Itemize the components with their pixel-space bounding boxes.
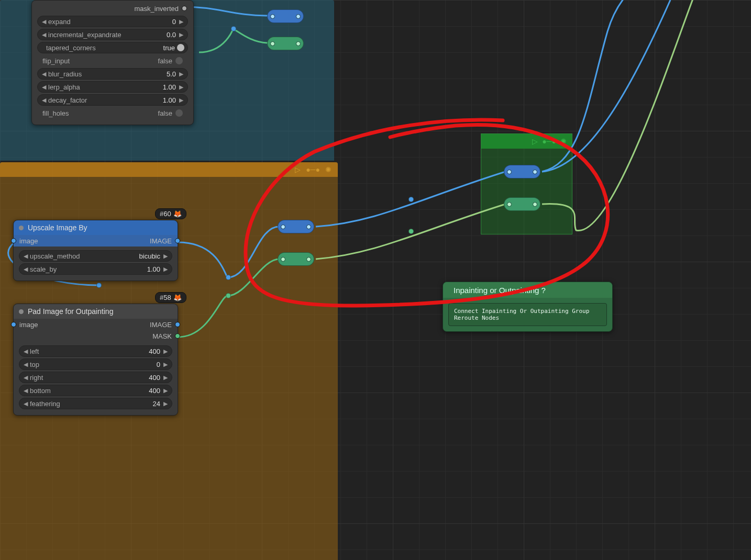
queue-tag: #58🦊 xyxy=(155,292,186,303)
arrow-left-icon[interactable]: ◀ xyxy=(41,71,47,77)
collapse-icon[interactable] xyxy=(19,309,24,314)
wire-dot xyxy=(226,275,231,280)
output-port[interactable] xyxy=(306,257,311,262)
group-orange-header[interactable]: ▷ ●─● ✺ xyxy=(0,162,338,177)
toggle-icon[interactable] xyxy=(177,44,184,51)
widget-feathering[interactable]: ◀ feathering 24 ▶ xyxy=(19,398,172,409)
output-label: IMAGE xyxy=(150,237,172,245)
input-port-image[interactable] xyxy=(11,238,16,243)
play-icon[interactable]: ▷ xyxy=(295,165,301,174)
wire-dot xyxy=(231,26,236,31)
arrow-right-icon[interactable]: ▶ xyxy=(162,266,169,273)
node-title: Upscale Image By xyxy=(28,223,87,232)
arrow-right-icon[interactable]: ▶ xyxy=(162,400,169,407)
input-port[interactable] xyxy=(507,202,512,207)
arrow-right-icon[interactable]: ▶ xyxy=(178,97,184,104)
queue-tag: #60🦊 xyxy=(155,208,186,219)
node-title: Pad Image for Outpainting xyxy=(28,307,113,316)
widget-decay-factor[interactable]: ◀ decay_factor 1.00 ▶ xyxy=(37,94,188,106)
arrow-left-icon[interactable]: ◀ xyxy=(23,361,29,368)
output-port[interactable] xyxy=(182,6,187,11)
input-label: image xyxy=(19,237,38,245)
output-label: MASK xyxy=(152,332,172,340)
input-port[interactable] xyxy=(270,14,275,19)
arrow-right-icon[interactable]: ▶ xyxy=(178,18,184,25)
output-port-mask[interactable] xyxy=(175,333,180,339)
arrow-left-icon[interactable]: ◀ xyxy=(41,97,47,104)
input-port[interactable] xyxy=(281,257,285,262)
output-mask-inverted: mask_inverted xyxy=(35,3,190,14)
node-title: Inpainting or Outpainting ? xyxy=(454,286,546,295)
output-label: mask_inverted xyxy=(134,5,179,13)
widget-left[interactable]: ◀ left 400 ▶ xyxy=(19,345,172,357)
output-port[interactable] xyxy=(296,14,301,19)
input-port[interactable] xyxy=(507,170,512,174)
input-port[interactable] xyxy=(270,41,275,46)
arrow-right-icon[interactable]: ▶ xyxy=(162,387,169,394)
output-port[interactable] xyxy=(306,225,311,229)
toggle-icon[interactable] xyxy=(175,109,183,117)
arrow-right-icon[interactable]: ▶ xyxy=(162,361,169,368)
group-green-header[interactable]: ▷ ●─● ✺ xyxy=(481,134,572,149)
widget-expand[interactable]: ◀ expand 0 ▶ xyxy=(37,16,188,27)
output-port-image[interactable] xyxy=(175,238,180,243)
arrow-left-icon[interactable]: ◀ xyxy=(41,31,47,38)
widget-bottom[interactable]: ◀ bottom 400 ▶ xyxy=(19,385,172,396)
arrow-left-icon[interactable]: ◀ xyxy=(23,374,29,381)
output-port[interactable] xyxy=(533,170,537,174)
output-port[interactable] xyxy=(296,41,301,46)
arrow-left-icon[interactable]: ◀ xyxy=(41,84,47,91)
arrow-left-icon[interactable]: ◀ xyxy=(23,400,29,407)
arrow-right-icon[interactable]: ▶ xyxy=(178,71,184,77)
reroute-node-image[interactable] xyxy=(267,9,304,23)
wire-dot xyxy=(408,197,414,202)
group-green[interactable]: ▷ ●─● ✺ xyxy=(481,133,572,234)
collapse-icon[interactable] xyxy=(19,226,24,230)
widget-incremental-expandrate[interactable]: ◀ incremental_expandrate 0.0 ▶ xyxy=(37,29,188,40)
note-text: Connect Inpainting Or Outpainting Group … xyxy=(448,303,607,326)
input-port-image[interactable] xyxy=(11,322,16,327)
arrow-right-icon[interactable]: ▶ xyxy=(162,253,169,260)
arrow-left-icon[interactable]: ◀ xyxy=(23,387,29,394)
widget-tapered-corners[interactable]: tapered_corners true xyxy=(37,42,188,53)
widget-top[interactable]: ◀ top 0 ▶ xyxy=(19,359,172,370)
reroute-node-mask[interactable] xyxy=(267,37,304,50)
arrow-left-icon[interactable]: ◀ xyxy=(23,348,29,355)
node-header[interactable]: Upscale Image By xyxy=(14,220,178,235)
reroute-node-image[interactable] xyxy=(278,220,314,233)
reroute-node-mask[interactable] xyxy=(504,197,540,211)
node-inpainting-or-outpainting[interactable]: Inpainting or Outpainting ? Connect Inpa… xyxy=(443,282,613,332)
gear-icon[interactable]: ✺ xyxy=(325,165,332,174)
reroute-node-image[interactable] xyxy=(504,165,540,178)
wire-dot xyxy=(96,283,102,288)
play-icon[interactable]: ▷ xyxy=(532,137,538,145)
widget-right[interactable]: ◀ right 400 ▶ xyxy=(19,372,172,383)
dots-icon[interactable]: ●─● xyxy=(542,137,556,145)
gear-icon[interactable]: ✺ xyxy=(560,137,567,145)
input-port[interactable] xyxy=(281,225,285,229)
arrow-left-icon[interactable]: ◀ xyxy=(23,253,29,260)
widget-lerp-alpha[interactable]: ◀ lerp_alpha 1.00 ▶ xyxy=(37,81,188,93)
reroute-node-mask[interactable] xyxy=(278,252,314,266)
widget-blur-radius[interactable]: ◀ blur_radius 5.0 ▶ xyxy=(37,68,188,80)
node-header[interactable]: Pad Image for Outpainting xyxy=(14,304,178,319)
arrow-right-icon[interactable]: ▶ xyxy=(162,348,169,355)
node-upscale-image-by[interactable]: Upscale Image By image IMAGE ◀ upscale_m… xyxy=(13,220,178,281)
fox-icon: 🦊 xyxy=(173,210,182,218)
arrow-right-icon[interactable]: ▶ xyxy=(162,374,169,381)
output-port[interactable] xyxy=(533,202,537,207)
toggle-icon[interactable] xyxy=(175,57,183,64)
node-pad-image-for-outpainting[interactable]: Pad Image for Outpainting image IMAGE MA… xyxy=(13,304,178,416)
output-port-image[interactable] xyxy=(175,322,180,327)
node-mask-properties[interactable]: mask_inverted ◀ expand 0 ▶ ◀ incremental… xyxy=(31,0,194,125)
node-header[interactable]: Inpainting or Outpainting ? xyxy=(443,282,612,298)
widget-fill-holes[interactable]: fill_holes false xyxy=(37,107,188,119)
arrow-right-icon[interactable]: ▶ xyxy=(178,31,184,38)
arrow-left-icon[interactable]: ◀ xyxy=(41,18,47,25)
widget-scale-by[interactable]: ◀ scale_by 1.00 ▶ xyxy=(19,263,172,275)
widget-flip-input[interactable]: flip_input false xyxy=(37,55,188,66)
widget-upscale-method[interactable]: ◀ upscale_method bicubic ▶ xyxy=(19,250,172,262)
arrow-right-icon[interactable]: ▶ xyxy=(178,84,184,91)
arrow-left-icon[interactable]: ◀ xyxy=(23,266,29,273)
dots-icon[interactable]: ●─● xyxy=(306,165,320,174)
